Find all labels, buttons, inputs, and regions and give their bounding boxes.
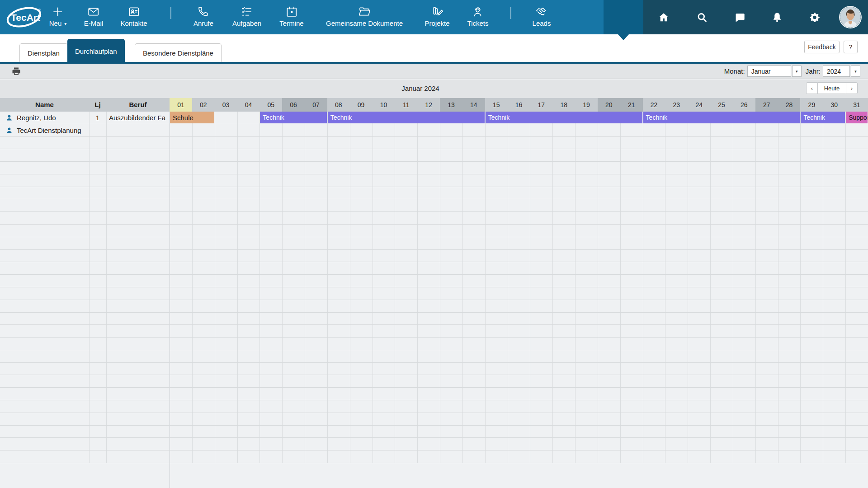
day-header-25: 25 <box>710 98 733 112</box>
bell-icon[interactable] <box>771 11 783 23</box>
day-header-20: 20 <box>598 98 620 112</box>
shift-bar-schule[interactable]: Schule <box>170 112 214 123</box>
day-header-22: 22 <box>643 98 665 112</box>
table-row <box>0 363 868 375</box>
nav-item-label: E-Mail <box>84 19 104 27</box>
month-select[interactable]: Januar <box>747 66 791 77</box>
feedback-button[interactable]: Feedback <box>804 41 840 53</box>
nav-separator <box>510 7 511 19</box>
nav-item-label: Kontakte <box>120 19 147 27</box>
print-icon[interactable] <box>11 66 22 77</box>
tecart-logo[interactable]: TecArt ® <box>5 5 43 30</box>
beruf-cell <box>106 124 170 136</box>
nav-item-tickets[interactable]: Tickets <box>467 0 489 34</box>
table-row <box>0 450 868 463</box>
tab-besondere-dienstpläne[interactable]: Besondere Dienstpläne <box>135 43 222 62</box>
employee-name: Regnitz, Udo <box>17 114 56 122</box>
month-label: Monat: <box>724 67 745 75</box>
shift-bar-technik[interactable]: Technik <box>801 112 845 123</box>
nav-item-e-mail[interactable]: E-Mail <box>84 0 104 34</box>
day-header-23: 23 <box>665 98 688 112</box>
day-header-29: 29 <box>800 98 823 112</box>
nav-item-anrufe[interactable]: Anrufe <box>193 0 213 34</box>
calendar-titlebar: Januar 2024 ‹ Heute › <box>0 80 868 98</box>
calendar-icon <box>285 5 298 18</box>
user-avatar[interactable] <box>840 7 861 28</box>
person-icon <box>5 127 13 134</box>
nav-item-gemeinsame-dokumente[interactable]: Gemeinsame Dokumente <box>326 0 403 34</box>
table-row: Regnitz, Udo1Auszubildender FaSchuleTech… <box>0 112 868 124</box>
plan-grid: Regnitz, Udo1Auszubildender FaSchuleTech… <box>0 112 868 488</box>
nav-item-aufgaben[interactable]: Aufgaben <box>232 0 261 34</box>
help-button[interactable]: ? <box>844 41 858 53</box>
table-row <box>0 438 868 450</box>
projects-icon <box>431 5 443 18</box>
day-header-02: 02 <box>192 98 215 112</box>
nav-item-label: Projekte <box>425 19 449 27</box>
nav-item-label: Tickets <box>467 19 489 27</box>
employee-name: TecArt Dienstplanung <box>17 127 81 134</box>
table-row <box>0 388 868 400</box>
table-row: TecArt Dienstplanung <box>0 124 868 137</box>
nav-item-projekte[interactable]: Projekte <box>425 0 449 34</box>
nav-item-kontakte[interactable]: Kontakte <box>120 0 147 34</box>
year-select[interactable]: 2024 <box>823 66 850 77</box>
lj-cell <box>89 124 106 136</box>
lj-cell: 1 <box>89 112 106 124</box>
day-header-12: 12 <box>417 98 440 112</box>
day-header-11: 11 <box>395 98 417 112</box>
shift-bar-support[interactable]: Support <box>846 112 868 123</box>
nav-item-neu[interactable]: Neu▾ <box>49 0 67 34</box>
table-row <box>0 187 868 200</box>
search-icon[interactable] <box>696 11 708 23</box>
day-header-07: 07 <box>305 98 327 112</box>
day-header-05: 05 <box>259 98 282 112</box>
nav-item-label: Termine <box>279 19 303 27</box>
tab-bar: DienstplanDurchlaufplanBesondere Dienstp… <box>0 34 868 64</box>
table-row <box>0 338 868 350</box>
day-header-04: 04 <box>237 98 260 112</box>
table-row <box>0 413 868 426</box>
day-header-17: 17 <box>530 98 552 112</box>
year-label: Jahr: <box>806 67 821 75</box>
month-select-arrow-icon[interactable]: ▾ <box>792 66 802 77</box>
day-header-24: 24 <box>688 98 710 112</box>
table-row <box>0 287 868 300</box>
tab-durchlaufplan[interactable]: Durchlaufplan <box>67 39 125 64</box>
plus-icon <box>52 5 64 18</box>
nav-item-leads[interactable]: Leads <box>533 0 551 34</box>
shift-bar-technik[interactable]: Technik <box>486 112 642 123</box>
tasks-icon <box>241 5 253 18</box>
day-header-21: 21 <box>620 98 643 112</box>
prev-month-button[interactable]: ‹ <box>806 82 818 94</box>
row-name-cell[interactable]: TecArt Dienstplanung <box>0 124 81 136</box>
day-header-13: 13 <box>440 98 462 112</box>
grid-header: Name Lj Beruf 01020304050607080910111213… <box>0 98 868 112</box>
day-header-28: 28 <box>778 98 801 112</box>
day-header-19: 19 <box>575 98 598 112</box>
chevron-down-icon: ▾ <box>64 22 66 26</box>
day-header-26: 26 <box>733 98 755 112</box>
day-header-09: 09 <box>350 98 373 112</box>
day-header-30: 30 <box>823 98 845 112</box>
shift-bar-technik[interactable]: Technik <box>328 112 485 123</box>
column-header-beruf: Beruf <box>106 98 170 112</box>
tab-dienstplan[interactable]: Dienstplan <box>19 43 68 62</box>
home-icon[interactable] <box>658 11 670 23</box>
nav-item-termine[interactable]: Termine <box>279 0 303 34</box>
next-month-button[interactable]: › <box>846 82 858 94</box>
gear-icon[interactable] <box>809 11 821 23</box>
shift-bar-technik[interactable]: Technik <box>260 112 327 123</box>
column-header-lj: Lj <box>89 98 106 112</box>
nav-mehr-block: Mehr▾ <box>604 0 643 34</box>
today-button[interactable]: Heute <box>818 82 846 94</box>
row-name-cell[interactable]: Regnitz, Udo <box>0 112 56 124</box>
shift-bar-technik[interactable]: Technik <box>643 112 800 123</box>
year-select-arrow-icon[interactable]: ▾ <box>851 66 860 77</box>
chat-icon[interactable] <box>734 11 746 23</box>
table-row <box>0 149 868 162</box>
table-row <box>0 137 868 150</box>
day-header-03: 03 <box>215 98 237 112</box>
nav-item-label: Aufgaben <box>232 19 261 27</box>
folder-icon <box>358 5 371 18</box>
